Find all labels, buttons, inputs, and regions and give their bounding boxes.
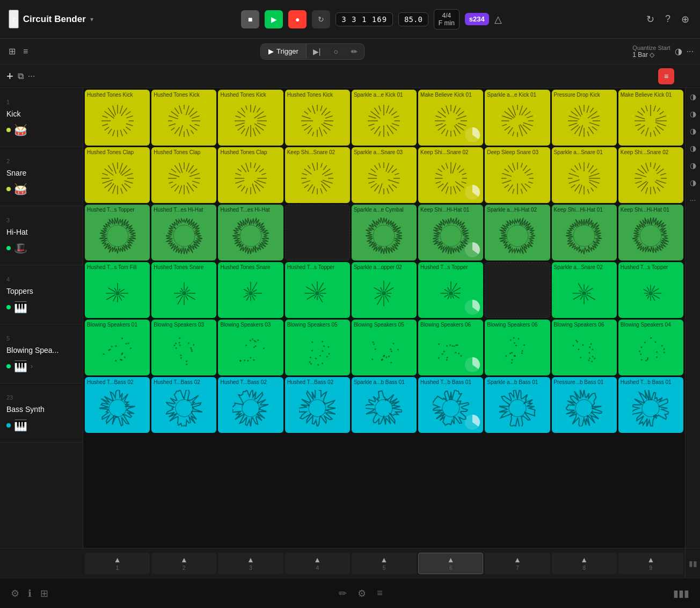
- clip-cell[interactable]: Hushed T...Bass 02: [218, 377, 283, 433]
- pencil-button[interactable]: ✏: [339, 588, 347, 599]
- clip-cell[interactable]: Blowing Speakers 03: [151, 320, 216, 375]
- clip-cell[interactable]: Hushed Tones Snare: [151, 262, 216, 318]
- record-mode-button[interactable]: ≡: [658, 68, 674, 84]
- clip-cell[interactable]: Hushed T...es Hi-Hat: [151, 205, 216, 260]
- clip-cell[interactable]: Blowing Speakers 05: [285, 320, 350, 375]
- clip-cell[interactable]: Blowing Speakers 06: [552, 320, 617, 375]
- clip-cell[interactable]: Sparkle a...b Bass 01: [352, 377, 417, 433]
- bottom-settings-button[interactable]: ⚙: [11, 588, 19, 599]
- clip-cell[interactable]: Blowing Speakers 04: [618, 320, 683, 375]
- scene-cell-5[interactable]: ▲5: [352, 553, 417, 574]
- expand-button[interactable]: ⊕: [679, 11, 691, 27]
- clip-cell[interactable]: Blowing Speakers 05: [352, 320, 417, 375]
- clip-cell[interactable]: Blowing Speakers 03: [218, 320, 283, 375]
- help-button[interactable]: ?: [663, 11, 673, 27]
- waveform-button[interactable]: ▮▮▮: [673, 588, 689, 599]
- right-panel-icon-5[interactable]: ◑: [690, 161, 696, 170]
- time-signature-display[interactable]: 4/4 F min: [434, 9, 460, 30]
- trigger-button[interactable]: ▶ Trigger: [261, 44, 307, 59]
- duplicate-button[interactable]: ⧉: [18, 71, 24, 81]
- clip-cell[interactable]: Hushed T...es Hi-Hat: [218, 205, 283, 260]
- clip-cell[interactable]: Hushed T...b Bass 01: [418, 377, 483, 433]
- add-scene-button[interactable]: +: [6, 69, 13, 83]
- clip-cell[interactable]: Keep Shi...Snare 02: [618, 147, 683, 203]
- clip-cell[interactable]: Sparkle a...Snare 02: [552, 262, 617, 318]
- clip-cell[interactable]: Blowing Speakers 06: [418, 320, 483, 375]
- clip-cell[interactable]: Hushed Tones Snare: [218, 262, 283, 318]
- clip-cell[interactable]: Make Believe Kick 01: [618, 90, 683, 146]
- bottom-layout-button[interactable]: ⊞: [40, 588, 48, 599]
- list-view-button[interactable]: ≡: [21, 45, 30, 59]
- scene-cell-8[interactable]: ▲8: [552, 553, 617, 574]
- clip-cell[interactable]: Hushed T...s Tom Fill: [85, 262, 150, 318]
- right-panel-icon-3[interactable]: ◑: [690, 127, 696, 135]
- scene-cell-3[interactable]: ▲3: [218, 553, 283, 574]
- key-display[interactable]: s234: [465, 13, 489, 25]
- clip-cell[interactable]: Hushed Tones Clap: [151, 147, 216, 203]
- more-options-button[interactable]: ···: [687, 47, 694, 56]
- clip-cell[interactable]: [285, 205, 350, 260]
- clip-cell[interactable]: Pressure...b Bass 01: [552, 377, 617, 433]
- clip-cell[interactable]: Make Believe Kick 01: [418, 90, 483, 146]
- clip-cell[interactable]: Hushed T...Bass 02: [285, 377, 350, 433]
- trigger-mode-3[interactable]: ✏: [345, 44, 364, 59]
- scene-cell-4[interactable]: ▲4: [285, 553, 350, 574]
- clip-cell[interactable]: Sparkle a...Snare 03: [352, 147, 417, 203]
- trigger-mode-1[interactable]: ▶|: [307, 44, 327, 59]
- clip-cell[interactable]: Hushed Tones Clap: [85, 147, 150, 203]
- clip-cell[interactable]: Sparkle a...b Bass 01: [485, 377, 550, 433]
- right-panel-icon-6[interactable]: ◑: [690, 178, 696, 187]
- scene-cell-6[interactable]: ▲6: [418, 553, 483, 574]
- clip-cell[interactable]: Keep Shi...Snare 02: [285, 147, 350, 203]
- right-panel-icon-4[interactable]: ◑: [690, 144, 696, 153]
- clip-cell[interactable]: Keep Shi...Hi-Hat 01: [552, 205, 617, 260]
- clip-cell[interactable]: Sparkle a...Snare 01: [552, 147, 617, 203]
- clip-cell[interactable]: Hushed Tones Kick: [285, 90, 350, 146]
- sync-button[interactable]: ↻: [644, 11, 657, 27]
- record-button[interactable]: ●: [288, 10, 307, 28]
- clip-cell[interactable]: [485, 262, 550, 318]
- gear-button[interactable]: ⚙: [358, 588, 366, 599]
- scene-cell-2[interactable]: ▲2: [151, 553, 216, 574]
- clip-cell[interactable]: Hushed T...Bass 02: [85, 377, 150, 433]
- clip-cell[interactable]: Sparkle a...e Kick 01: [485, 90, 550, 146]
- panel-mode-button[interactable]: ◑: [675, 46, 682, 56]
- right-panel-icon-1[interactable]: ◑: [690, 92, 696, 101]
- clip-cell[interactable]: Pressure Drop Kick: [552, 90, 617, 146]
- tempo-display[interactable]: 85.0: [398, 12, 428, 26]
- bottom-info-button[interactable]: ℹ: [28, 588, 32, 599]
- mixer-button[interactable]: ≡: [377, 588, 383, 599]
- clip-cell[interactable]: Hushed Tones Kick: [85, 90, 150, 146]
- clip-cell[interactable]: Hushed T...s Topper: [285, 262, 350, 318]
- scene-cell-9[interactable]: ▲9: [618, 553, 683, 574]
- clip-cell[interactable]: Hushed Tones Kick: [218, 90, 283, 146]
- clip-cell[interactable]: Blowing Speakers 01: [85, 320, 150, 375]
- clip-cell[interactable]: Hushed T...s Topper: [418, 262, 483, 318]
- clip-cell[interactable]: Sparkle a...e Cymbal: [352, 205, 417, 260]
- clip-cell[interactable]: Hushed T...Bass 02: [151, 377, 216, 433]
- clip-cell[interactable]: Keep Shi...Hi-Hat 01: [418, 205, 483, 260]
- back-button[interactable]: ‹: [9, 10, 19, 28]
- clip-cell[interactable]: Hushed Tones Clap: [218, 147, 283, 203]
- grid-view-button[interactable]: ⊞: [6, 44, 18, 59]
- clip-cell[interactable]: Deep Sleep Snare 03: [485, 147, 550, 203]
- clip-cell[interactable]: Keep Shi...Snare 02: [418, 147, 483, 203]
- clip-cell[interactable]: Sparkle a...e Kick 01: [352, 90, 417, 146]
- clip-cell[interactable]: Hushed T...b Bass 01: [618, 377, 683, 433]
- play-button[interactable]: ▶: [265, 10, 283, 28]
- scene-more-button[interactable]: ···: [28, 71, 35, 81]
- clip-cell[interactable]: Hushed Tones Kick: [151, 90, 216, 146]
- clip-cell[interactable]: Sparkle a...Hi-Hat 02: [485, 205, 550, 260]
- trigger-mode-2[interactable]: ○: [327, 44, 344, 59]
- scene-cell-7[interactable]: ▲7: [485, 553, 550, 574]
- clip-cell[interactable]: Sparkle a...opper 02: [352, 262, 417, 318]
- clip-cell[interactable]: Keep Shi...Hi-Hat 01: [618, 205, 683, 260]
- metronome-button[interactable]: △: [494, 13, 502, 25]
- clip-cell[interactable]: Blowing Speakers 06: [485, 320, 550, 375]
- right-panel-more[interactable]: ···: [690, 196, 696, 204]
- clip-cell[interactable]: Hushed T...s Topper: [618, 262, 683, 318]
- scene-cell-1[interactable]: ▲1: [85, 553, 150, 574]
- clip-cell[interactable]: Hushed T...s Topper: [85, 205, 150, 260]
- right-panel-icon-2[interactable]: ◑: [690, 110, 696, 118]
- loop-button[interactable]: ↻: [312, 10, 330, 28]
